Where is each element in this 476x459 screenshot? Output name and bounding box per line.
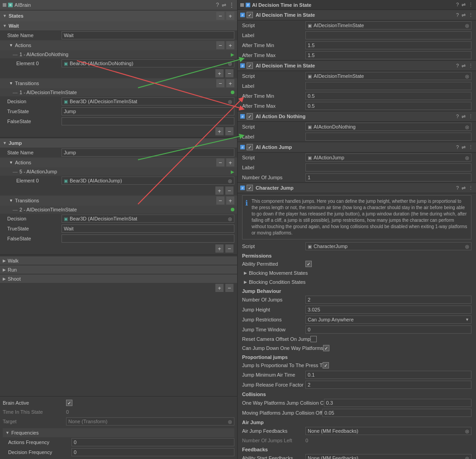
comp2-help[interactable]: ? — [456, 63, 459, 69]
char-jump-more[interactable]: ⋮ — [468, 185, 473, 191]
jump-height-input[interactable] — [305, 306, 471, 314]
wait-truestate-input[interactable] — [62, 107, 234, 115]
comp1-after-min-input[interactable] — [305, 41, 471, 49]
jump-actions-header[interactable]: ▼ Actions − + — [0, 158, 237, 167]
wait-trans-pm-plus[interactable]: + — [215, 127, 224, 135]
comp2-after-max-input[interactable] — [305, 102, 471, 110]
comp2-more[interactable]: ⋮ — [468, 63, 473, 69]
num-jumps-input[interactable] — [305, 296, 471, 304]
jump-actions-plus[interactable]: + — [226, 158, 234, 167]
time-in-state-value: 0 — [66, 409, 69, 415]
comp2-settings[interactable]: ⇌ — [462, 63, 466, 69]
rp-more-icon[interactable]: ⋮ — [468, 2, 473, 8]
can-jump-down-checkbox[interactable]: ✓ — [323, 345, 329, 351]
jump-actions-minus[interactable]: − — [216, 158, 224, 167]
rp-help-icon[interactable]: ? — [456, 2, 459, 8]
jump-release-force-input[interactable] — [305, 381, 471, 389]
jump-truestate-input[interactable] — [62, 225, 234, 233]
reset-camera-checkbox[interactable] — [310, 336, 317, 342]
comp3-help[interactable]: ? — [456, 114, 459, 120]
comp1-settings[interactable]: ⇌ — [462, 12, 466, 18]
ability-permitted-checkbox[interactable]: ✓ — [305, 261, 312, 267]
char-jump-settings[interactable]: ⇌ — [462, 185, 466, 191]
comp4-settings[interactable]: ⇌ — [462, 144, 466, 150]
states-minus-btn[interactable]: − — [216, 12, 224, 20]
actions-freq-input[interactable] — [71, 438, 234, 446]
comp1-after-max-input[interactable] — [305, 51, 471, 59]
jump-restrictions-dropdown[interactable]: Can Jump Anywhere ▼ — [305, 316, 471, 324]
wait-actions-header[interactable]: ▼ Actions − + — [0, 40, 237, 50]
ability-permitted-row: Ability Permitted ✓ — [238, 259, 476, 268]
states-section-header[interactable]: ▼ States − + — [0, 10, 237, 21]
jump-proportional-checkbox[interactable]: ✓ — [323, 362, 329, 368]
walk-state-collapsed[interactable]: ▶ Walk — [0, 256, 237, 265]
one-way-platforms-input[interactable] — [324, 399, 471, 407]
states-pm-minus[interactable]: − — [225, 284, 233, 292]
wait-state-name-input[interactable] — [62, 31, 234, 39]
more-icon[interactable]: ⋮ — [229, 2, 234, 8]
reset-camera-label: Reset Camera Offset On Jump — [242, 336, 310, 342]
wait-actions-minus[interactable]: − — [216, 41, 224, 49]
wait-action-1-icon: ▶ — [231, 52, 234, 57]
settings-icon[interactable]: ⇌ — [222, 2, 226, 8]
comp1-checkbox[interactable]: ✓ — [247, 12, 253, 18]
wait-actions-pm-plus[interactable]: + — [215, 69, 224, 77]
char-jump-help[interactable]: ? — [456, 185, 459, 191]
comp2-after-min-input[interactable] — [305, 92, 471, 100]
jump-min-air-input[interactable] — [305, 371, 471, 379]
states-plus-btn[interactable]: + — [226, 12, 234, 20]
can-jump-down-label: Can Jump Down One Way Platforms — [242, 345, 323, 351]
actions-freq-row: Actions Frequency — [3, 437, 234, 447]
comp2-checkbox[interactable]: ✓ — [247, 62, 253, 69]
wait-trans-plus[interactable]: + — [226, 79, 234, 87]
jump-transition-2: — 2 - AIDecisionTimeInState — [0, 206, 237, 214]
comp1-after-min-row: After Time Min — [238, 40, 476, 50]
wait-falsestate-input[interactable] — [62, 117, 234, 125]
wait-transitions-header[interactable]: ▼ Transitions − + — [0, 78, 237, 88]
comp2-icon: # — [240, 63, 245, 68]
rp-settings-icon[interactable]: ⇌ — [462, 2, 466, 8]
jump-state-name-input[interactable] — [62, 148, 234, 157]
states-pm-plus[interactable]: + — [215, 284, 224, 292]
comp3-settings[interactable]: ⇌ — [462, 114, 466, 120]
jump-trans-pm-minus[interactable]: − — [225, 244, 233, 253]
help-icon[interactable]: ? — [216, 2, 219, 8]
wait-trans-pm-minus[interactable]: − — [225, 127, 233, 135]
jump-trans-pm-plus[interactable]: + — [215, 244, 224, 253]
target-circle-icon: ◎ — [228, 419, 232, 424]
jump-actions-pm-minus[interactable]: − — [225, 186, 233, 195]
char-script-circle: ◎ — [465, 244, 469, 249]
jump-falsestate-input[interactable] — [62, 234, 234, 243]
decision-freq-input[interactable] — [71, 448, 234, 456]
jump-trans-plus[interactable]: + — [226, 196, 234, 205]
brain-active-checkbox[interactable]: ✓ — [66, 400, 72, 406]
wait-action-1: — 1 - AIActionDoNothing ▶ — [0, 50, 237, 58]
jump-state-header[interactable]: ▼ Jump — [0, 139, 237, 148]
comp4-more[interactable]: ⋮ — [468, 144, 473, 150]
comp4-help[interactable]: ? — [456, 144, 459, 150]
wait-actions-pm-minus[interactable]: − — [225, 69, 233, 77]
wait-state-header[interactable]: ▼ Wait — [0, 21, 237, 30]
jump-time-window-input[interactable] — [305, 325, 471, 334]
comp1-help[interactable]: ? — [456, 12, 459, 18]
comp4-numjumps-input[interactable] — [305, 173, 471, 182]
comp4-label-input[interactable] — [305, 163, 471, 172]
wait-actions-plus[interactable]: + — [226, 41, 234, 49]
comp1-more[interactable]: ⋮ — [468, 12, 473, 18]
comp3-checkbox[interactable]: ✓ — [247, 113, 253, 120]
jump-actions-pm-plus[interactable]: + — [215, 186, 224, 195]
comp2-label-input[interactable] — [305, 82, 471, 90]
comp3-label-input[interactable] — [305, 133, 471, 141]
comp1-label-input[interactable] — [305, 31, 471, 39]
frequencies-header[interactable]: ▼ Frequencies — [3, 428, 234, 437]
comp4-checkbox[interactable]: ✓ — [247, 144, 253, 150]
run-state-collapsed[interactable]: ▶ Run — [0, 265, 237, 274]
shoot-state-collapsed[interactable]: ▶ Shoot — [0, 274, 237, 283]
moving-platforms-input[interactable] — [322, 409, 471, 417]
jump-behaviour-title: Jump Behaviour — [238, 287, 476, 295]
char-jump-checkbox[interactable]: ✓ — [247, 185, 253, 191]
jump-trans-minus[interactable]: − — [216, 196, 224, 205]
wait-trans-minus[interactable]: − — [216, 79, 224, 87]
comp3-more[interactable]: ⋮ — [468, 114, 473, 120]
jump-transitions-header[interactable]: ▼ Transitions − + — [0, 196, 237, 206]
